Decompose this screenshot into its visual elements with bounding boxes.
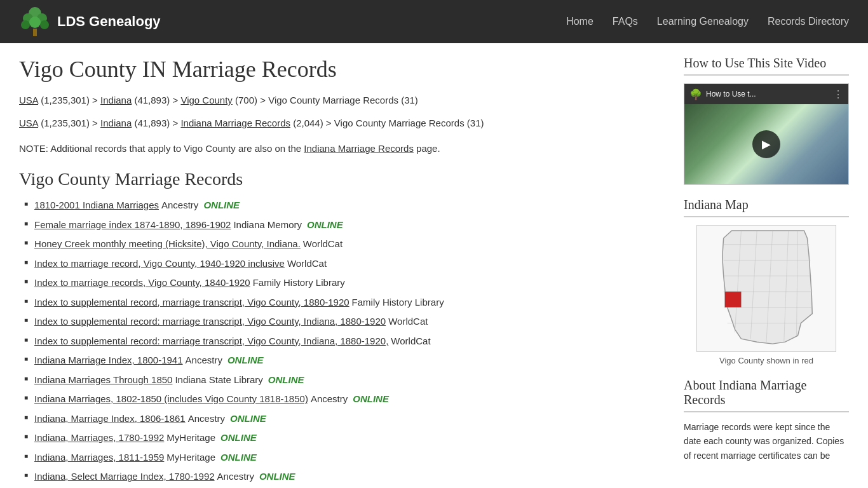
video-menu-dots[interactable]: ⋮: [833, 88, 843, 100]
list-item: Indiana, Select Marriage Index, 1780-199…: [19, 470, 665, 484]
list-item: Indiana Marriages, 1802-1850 (includes V…: [19, 392, 665, 407]
record-source: WorldCat: [391, 334, 430, 349]
content-area: Vigo County IN Marriage Records USA (1,2…: [19, 56, 665, 488]
record-source: MyHeritage: [166, 451, 215, 465]
record-source: Ancestry: [186, 353, 222, 368]
online-badge: ONLINE: [353, 392, 389, 407]
video-section-title: How to Use This Site Video: [684, 56, 849, 76]
record-source: MyHeritage: [166, 431, 215, 445]
nav-learning[interactable]: Learning Genealogy: [657, 16, 749, 27]
indiana-map-container: Vigo County shown in red: [684, 225, 849, 365]
record-source: WorldCat: [287, 257, 327, 271]
record-link[interactable]: Indiana Marriages, 1802-1850 (includes V…: [34, 392, 308, 407]
record-source: Family History Library: [352, 295, 444, 310]
list-item: Honey Creek monthly meeting (Hicksite), …: [19, 237, 665, 252]
list-item: Indiana Marriage Index, 1800-1941 Ancest…: [19, 353, 665, 368]
list-item: Female marriage index 1874-1890, 1896-19…: [19, 218, 665, 233]
list-item: Index to supplemental record: marriage t…: [19, 334, 665, 349]
map-section: Indiana Map: [684, 198, 849, 365]
logo-area[interactable]: LDS Genealogy: [19, 6, 161, 37]
record-link[interactable]: Index to marriage records, Vigo County, …: [34, 276, 250, 290]
sidebar: How to Use This Site Video 🌳 How to Use …: [684, 56, 849, 488]
record-link[interactable]: Honey Creek monthly meeting (Hicksite), …: [34, 237, 301, 252]
record-link[interactable]: Index to marriage record, Vigo County, 1…: [34, 257, 285, 271]
logo-text: LDS Genealogy: [57, 13, 161, 30]
map-caption: Vigo County shown in red: [719, 356, 813, 365]
list-item: 1810-2001 Indiana Marriages AncestryONLI…: [19, 198, 665, 213]
section-title: Vigo County Marriage Records: [19, 169, 665, 189]
record-source: WorldCat: [388, 315, 428, 329]
online-badge: ONLINE: [307, 218, 343, 233]
breadcrumb-indiana-1[interactable]: Indiana: [100, 95, 132, 105]
indiana-map: [696, 225, 836, 352]
map-section-title: Indiana Map: [684, 198, 849, 217]
record-source: Ancestry: [217, 470, 254, 484]
about-text: Marriage records were kept since the dat…: [684, 420, 849, 463]
breadcrumb-vigo-1[interactable]: Vigo County: [180, 95, 232, 105]
play-button[interactable]: ▶: [752, 130, 780, 158]
list-item: Index to supplemental record, marriage t…: [19, 295, 665, 310]
record-link[interactable]: Index to supplemental record, marriage t…: [34, 295, 349, 310]
list-item: Indiana, Marriages, 1780-1992 MyHeritage…: [19, 431, 665, 445]
breadcrumb-2: USA (1,235,301) > Indiana (41,893) > Ind…: [19, 116, 665, 131]
nav-faqs[interactable]: FAQs: [613, 16, 638, 27]
online-badge: ONLINE: [220, 451, 257, 465]
video-thumbnail[interactable]: 🌳 How to Use t... ⋮ ▶: [684, 83, 849, 185]
record-source: Ancestry: [311, 392, 348, 407]
breadcrumb-usa-1[interactable]: USA: [19, 95, 38, 105]
record-link[interactable]: Indiana Marriage Index, 1800-1941: [34, 353, 183, 368]
online-badge: ONLINE: [203, 198, 240, 213]
record-source: Indiana Memory: [233, 218, 302, 233]
record-source: WorldCat: [303, 237, 342, 252]
breadcrumb-1: USA (1,235,301) > Indiana (41,893) > Vig…: [19, 93, 665, 108]
record-link[interactable]: Indiana Marriages Through 1850: [34, 373, 172, 388]
note-paragraph: NOTE: Additional records that apply to V…: [19, 141, 665, 156]
about-section: About Indiana Marriage Records Marriage …: [684, 378, 849, 463]
breadcrumb-indiana-2[interactable]: Indiana: [100, 118, 132, 128]
svg-point-5: [29, 17, 41, 28]
about-section-title: About Indiana Marriage Records: [684, 378, 849, 412]
main-nav: Home FAQs Learning Genealogy Records Dir…: [566, 16, 849, 27]
record-link[interactable]: Indiana, Marriages, 1811-1959: [34, 451, 164, 465]
online-badge: ONLINE: [268, 373, 304, 388]
online-badge: ONLINE: [230, 412, 266, 426]
record-link[interactable]: Indiana, Marriage Index, 1806-1861: [34, 412, 186, 426]
site-header: LDS Genealogy Home FAQs Learning Genealo…: [0, 0, 868, 43]
nav-records[interactable]: Records Directory: [768, 16, 849, 27]
breadcrumb-usa-2[interactable]: USA: [19, 118, 38, 128]
record-link[interactable]: Index to supplemental record: marriage t…: [34, 334, 388, 349]
svg-point-4: [40, 20, 49, 29]
svg-rect-19: [725, 292, 742, 308]
online-badge: ONLINE: [227, 353, 264, 368]
nav-home[interactable]: Home: [566, 16, 593, 27]
record-link[interactable]: Female marriage index 1874-1890, 1896-19…: [34, 218, 231, 233]
record-link[interactable]: Index to supplemental record: marriage t…: [34, 315, 386, 329]
record-link[interactable]: Indiana, Marriages, 1780-1992: [34, 431, 164, 445]
record-link[interactable]: Indiana, Select Marriage Index, 1780-199…: [34, 470, 215, 484]
record-source: Family History Library: [253, 276, 345, 290]
video-top-bar: 🌳 How to Use t... ⋮: [684, 84, 848, 104]
list-item: Indiana Marriages Through 1850 Indiana S…: [19, 373, 665, 388]
record-source: Indiana State Library: [175, 373, 262, 388]
svg-rect-6: [33, 29, 37, 36]
list-item: Indiana, Marriage Index, 1806-1861 Ances…: [19, 412, 665, 426]
main-container: Vigo County IN Marriage Records USA (1,2…: [0, 43, 868, 488]
list-item: Index to marriage records, Vigo County, …: [19, 276, 665, 290]
page-title: Vigo County IN Marriage Records: [19, 56, 665, 83]
svg-point-3: [21, 20, 30, 29]
video-preview[interactable]: ▶: [684, 104, 848, 184]
list-item: Indiana, Marriages, 1811-1959 MyHeritage…: [19, 451, 665, 465]
online-badge: ONLINE: [259, 470, 295, 484]
list-item: Index to supplemental record: marriage t…: [19, 315, 665, 329]
indiana-marriage-records-link[interactable]: Indiana Marriage Records: [304, 143, 414, 154]
record-link[interactable]: 1810-2001 Indiana Marriages: [34, 198, 159, 213]
breadcrumb-usa-count-1: (1,235,301): [41, 95, 90, 105]
video-title-text: How to Use t...: [706, 90, 756, 98]
breadcrumb-marriage-records[interactable]: Indiana Marriage Records: [180, 118, 290, 128]
record-source: Ancestry: [161, 198, 198, 213]
records-list: 1810-2001 Indiana Marriages AncestryONLI…: [19, 198, 665, 488]
logo-tree-icon: [19, 6, 51, 37]
list-item: Index to marriage record, Vigo County, 1…: [19, 257, 665, 271]
video-tree-small: 🌳: [689, 88, 702, 100]
online-badge: ONLINE: [220, 431, 257, 445]
